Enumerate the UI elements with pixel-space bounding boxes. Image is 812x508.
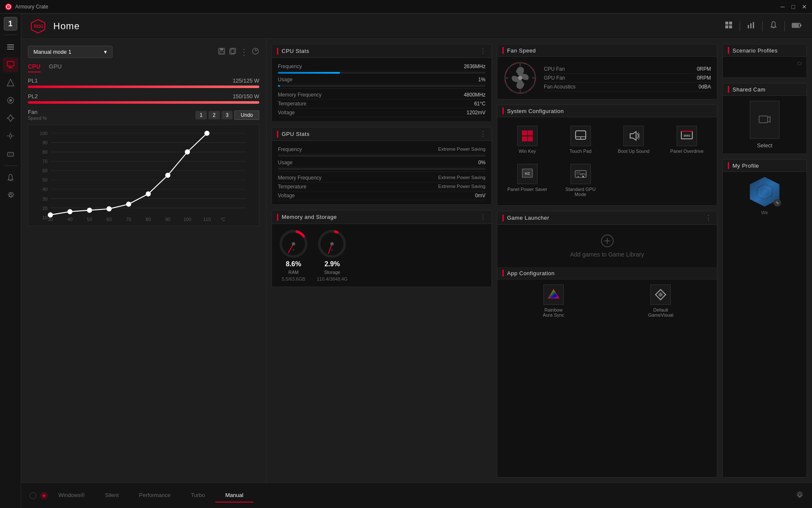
maximize-button[interactable]: □ [792, 3, 795, 10]
profile-edit-button[interactable]: ✎ [774, 199, 781, 207]
app-config-rainbow-aura[interactable]: Rainbow Aura Sync [502, 284, 605, 318]
tab-cpu[interactable]: CPU [28, 63, 41, 72]
copy-icon[interactable] [229, 47, 236, 57]
gpu-usage-value: 0% [478, 160, 486, 166]
svg-text:110: 110 [203, 217, 211, 222]
config-panel-overdrive[interactable]: 3MS Panel Overdrive [662, 122, 712, 157]
sidebar-item-devices[interactable] [3, 57, 18, 72]
sidebar-item-tools[interactable] [3, 128, 18, 144]
pl1-slider-track[interactable] [28, 86, 259, 88]
grid-view-icon[interactable] [723, 19, 735, 33]
svg-point-79 [518, 76, 522, 80]
svg-point-7 [9, 99, 12, 102]
minimize-button[interactable]: ─ [781, 3, 785, 10]
tab-gpu[interactable]: GPU [49, 63, 62, 72]
svg-rect-25 [219, 51, 224, 53]
gpu-frequency-row: Frequency Extreme Power Saving [278, 145, 486, 154]
sidebar-item-game[interactable] [3, 146, 18, 161]
battery-icon[interactable] [790, 20, 804, 32]
notification-icon[interactable] [768, 19, 779, 33]
sidebar-item-profile[interactable]: 1 [4, 17, 17, 30]
svg-rect-84 [522, 130, 527, 135]
gpu-temp-row: Temperature Extreme Power Saving [278, 182, 486, 191]
svg-point-63 [146, 192, 151, 196]
sound-wave-icon [40, 491, 48, 500]
sidebar-item-aura[interactable] [3, 75, 18, 90]
mode-dropdown[interactable]: Manual mode 1 ▾ [28, 46, 112, 58]
app-config-game-visual[interactable]: Default GameVisual [610, 284, 712, 318]
fan-speed-accent [502, 47, 504, 54]
sidebar-item-menu[interactable] [3, 39, 18, 55]
cpu-stats-more-icon[interactable]: ⋮ [480, 47, 486, 55]
fan-preset-1[interactable]: 1 [195, 111, 207, 119]
cpu-frequency-bar-fill [278, 72, 340, 74]
config-gpu-mode[interactable]: GPU Standard GPU Mode [556, 160, 606, 200]
cpu-temp-label: Temperature [278, 101, 306, 107]
game-launcher-more-icon[interactable]: ⋮ [705, 214, 712, 222]
fan-preset-3[interactable]: 3 [222, 111, 233, 119]
svg-point-62 [126, 202, 131, 207]
fan-chart-svg: 100 90 80 70 60 50 40 30 20 10 30 [32, 128, 255, 222]
more-options-icon[interactable]: ⋮ [240, 47, 248, 57]
mode-tab-manual[interactable]: Manual [215, 489, 254, 502]
sidebar-item-armoury[interactable] [3, 93, 18, 108]
fan-acoustics-row: Fan Acoustics 0dBA [544, 83, 711, 91]
config-win-key[interactable]: Win Key [502, 122, 552, 157]
mem-storage-more-icon[interactable]: ⋮ [480, 213, 486, 221]
cpu-frequency-label: Frequency [278, 64, 302, 69]
app-config-accent [502, 270, 504, 276]
fan-preset-2[interactable]: 2 [208, 111, 220, 119]
pl1-value: 125/125 W [233, 77, 259, 84]
gpu-voltage-label: Voltage [278, 193, 295, 199]
stats-icon[interactable] [745, 19, 757, 33]
gpu-temp-label: Temperature [278, 184, 306, 190]
cpu-usage-row: Usage 1% [278, 75, 486, 84]
svg-point-64 [165, 173, 170, 177]
svg-text:HZ: HZ [525, 171, 530, 176]
cpu-usage-bar-fill [278, 85, 280, 87]
refresh-icon[interactable] [252, 47, 259, 57]
mode-tab-performance[interactable]: Performance [129, 489, 181, 502]
game-launcher-body[interactable]: Add games to Game Library [497, 225, 717, 267]
sidebar-item-notification[interactable] [3, 170, 18, 185]
sidebar-item-scenario[interactable] [3, 110, 18, 126]
sidebar-item-settings[interactable] [3, 188, 18, 203]
shared-cam-card: Shared Cam Select [722, 83, 807, 154]
config-touch-pad[interactable]: Touch Pad [556, 122, 606, 157]
config-panel-power-saver[interactable]: HZ Panel Power Saver [502, 160, 552, 200]
save-icon[interactable] [218, 47, 225, 57]
power-section: PL1 125/125 W PL2 150/150 W [28, 77, 259, 104]
shared-cam-select-button[interactable]: Select [757, 142, 772, 149]
header-divider-1 [740, 21, 740, 31]
close-button[interactable]: ✕ [802, 3, 807, 10]
svg-point-75 [330, 242, 334, 246]
fan-chart[interactable]: 100 90 80 70 60 50 40 30 20 10 30 [28, 124, 259, 226]
panel-power-saver-label: Panel Power Saver [508, 187, 547, 192]
mode-tab-silent[interactable]: Silent [95, 489, 129, 502]
cpu-stats-body: Frequency 2636MHz Usage 1% [272, 58, 491, 121]
gpu-stats-more-icon[interactable]: ⋮ [480, 130, 486, 138]
config-boot-up-sound[interactable]: Boot Up Sound [609, 122, 659, 157]
mode-tab-windows[interactable]: Windows® [48, 489, 95, 502]
top-header: ROG Home [21, 14, 812, 39]
svg-text:ROG: ROG [34, 24, 44, 29]
svg-text:50: 50 [87, 217, 92, 222]
svg-rect-4 [7, 61, 14, 66]
pl1-slider-fill [28, 86, 259, 88]
fan-undo-button[interactable]: Undo [234, 110, 259, 120]
svg-point-10 [11, 154, 12, 155]
pl2-slider-track[interactable] [28, 101, 259, 104]
panel-overdrive-label: Panel Overdrive [670, 149, 704, 154]
svg-text:20: 20 [42, 206, 47, 211]
mode-tab-turbo[interactable]: Turbo [181, 489, 215, 502]
settings-gear-icon[interactable] [796, 491, 804, 500]
svg-text:100: 100 [40, 131, 47, 136]
mode-circle-button[interactable] [30, 492, 36, 499]
profile-label: We [761, 210, 768, 215]
svg-text:100: 100 [184, 217, 191, 222]
svg-rect-19 [753, 22, 754, 28]
title-bar: Armoury Crate ─ □ ✕ [0, 0, 812, 14]
scenario-profiles-accent [728, 47, 729, 54]
game-visual-label: Default GameVisual [648, 307, 673, 318]
system-config-title: System Configuration [507, 108, 564, 114]
